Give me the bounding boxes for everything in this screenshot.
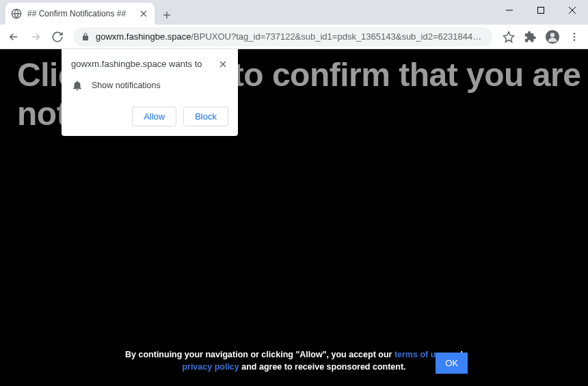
- url-text: gowxm.fashingbe.space/BPUXOU?tag_id=7371…: [96, 31, 485, 42]
- url-path: /BPUXOU?tag_id=737122&sub_id1=pdsk_13651…: [191, 31, 485, 42]
- browser-tab[interactable]: ## Confirm Notifications ##: [5, 3, 155, 25]
- kebab-menu-icon[interactable]: [565, 27, 584, 46]
- minimize-button[interactable]: [494, 0, 525, 20]
- window-controls: [494, 0, 588, 20]
- popup-title: gowxm.fashingbe.space wants to: [71, 59, 202, 69]
- reload-button[interactable]: [48, 27, 67, 46]
- allow-button[interactable]: Allow: [132, 107, 176, 126]
- new-tab-button[interactable]: [157, 5, 176, 25]
- tab-close-icon[interactable]: [138, 8, 149, 19]
- svg-rect-1: [538, 8, 544, 14]
- bell-icon: [71, 79, 83, 92]
- lock-icon: [81, 32, 90, 42]
- consent-footer: By continuing your navigation or clickin…: [0, 348, 588, 374]
- titlebar: ## Confirm Notifications ##: [0, 0, 588, 25]
- close-window-button[interactable]: [557, 0, 588, 20]
- browser-toolbar: gowxm.fashingbe.space/BPUXOU?tag_id=7371…: [0, 25, 588, 49]
- consent-text: By continuing your navigation or clickin…: [116, 348, 472, 374]
- svg-point-4: [574, 33, 576, 35]
- maximize-button[interactable]: [525, 0, 557, 20]
- privacy-link[interactable]: privacy policy: [182, 362, 239, 372]
- svg-point-6: [574, 39, 576, 41]
- notification-permission-popup: gowxm.fashingbe.space wants to Show noti…: [62, 49, 238, 136]
- globe-icon: [11, 8, 22, 19]
- address-bar[interactable]: gowxm.fashingbe.space/BPUXOU?tag_id=7371…: [74, 27, 492, 46]
- ok-button[interactable]: OK: [436, 353, 468, 374]
- back-button[interactable]: [4, 27, 23, 46]
- page-content: Click «Allow» to confirm that you are no…: [0, 49, 588, 386]
- profile-avatar-icon[interactable]: [543, 27, 562, 46]
- popup-permission-text: Show notifications: [92, 81, 161, 90]
- bookmark-star-icon[interactable]: [499, 27, 518, 46]
- forward-button[interactable]: [26, 27, 45, 46]
- block-button[interactable]: Block: [183, 107, 228, 126]
- svg-point-5: [574, 36, 576, 38]
- url-domain: gowxm.fashingbe.space: [96, 31, 191, 42]
- svg-point-3: [550, 33, 554, 37]
- popup-close-icon[interactable]: [217, 59, 228, 70]
- extensions-icon[interactable]: [521, 27, 540, 46]
- tab-title: ## Confirm Notifications ##: [27, 9, 138, 18]
